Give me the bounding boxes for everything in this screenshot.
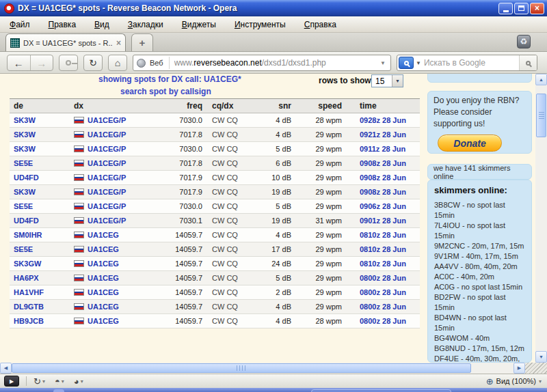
scroll-right-button[interactable]: ▶ bbox=[513, 363, 525, 374]
de-callsign-link[interactable]: HA6PX bbox=[14, 274, 39, 282]
menu-item[interactable]: Справка bbox=[304, 20, 336, 29]
vertical-scrollbar[interactable]: ▲ ▼ bbox=[535, 74, 547, 363]
dx-callsign-link[interactable]: UA1CEG/P bbox=[88, 145, 126, 153]
search-engine-dropdown-icon[interactable]: ▼ bbox=[416, 60, 421, 66]
donate-button[interactable]: Donate bbox=[438, 135, 502, 152]
time-cell: 0800z 28 Jun bbox=[360, 303, 406, 311]
freq-cell: 7017.8 bbox=[164, 156, 206, 171]
tab-close-icon[interactable]: × bbox=[116, 38, 121, 48]
opera-link-button[interactable]: ◕ ▾ bbox=[74, 376, 83, 387]
skimmer-list-item: BG4WOM - 40m bbox=[434, 333, 527, 344]
new-tab-button[interactable]: + bbox=[131, 33, 153, 51]
de-callsign-link[interactable]: UD4FD bbox=[14, 173, 39, 182]
menu-item[interactable]: Виджеты bbox=[182, 20, 216, 29]
column-header-time[interactable]: time bbox=[347, 99, 420, 113]
dx-callsign-link[interactable]: UA1CEG/P bbox=[88, 116, 126, 124]
scroll-left-button[interactable]: ◀ bbox=[0, 363, 12, 374]
sync-dropdown-icon: ▾ bbox=[42, 378, 45, 384]
column-header-cqdx[interactable]: cq/dx bbox=[206, 99, 258, 113]
home-button[interactable]: ⌂ bbox=[108, 55, 127, 71]
page-viewport: showing spots for DX call: UA1CEG* rows … bbox=[0, 74, 547, 363]
dx-callsign-link[interactable]: UA1CEG bbox=[88, 260, 119, 268]
reload-button[interactable]: ↻ bbox=[83, 55, 103, 71]
speed-cell: 29 wpm bbox=[293, 199, 347, 214]
speed-cell: 29 wpm bbox=[293, 242, 347, 257]
column-header-de[interactable]: de bbox=[10, 99, 74, 113]
de-callsign-link[interactable]: SK3GW bbox=[14, 260, 41, 268]
dx-callsign-link[interactable]: UA1CEG bbox=[88, 317, 119, 325]
web-badge-label: Веб bbox=[150, 59, 163, 67]
de-callsign-link[interactable]: SK3W bbox=[14, 130, 36, 139]
de-callsign-link[interactable]: SE5E bbox=[14, 202, 33, 210]
cqdx-cell: CW CQ bbox=[206, 113, 258, 128]
scroll-up-button[interactable]: ▲ bbox=[535, 74, 547, 85]
dx-callsign-link[interactable]: UA1CEG bbox=[88, 245, 119, 253]
select-arrow-button[interactable]: ▼ bbox=[392, 75, 403, 87]
url-field[interactable]: Веб www.reversebeacon.net/dxsd1/dxsd1.ph… bbox=[133, 55, 391, 71]
column-header-dx[interactable]: dx bbox=[74, 99, 164, 113]
cqdx-cell: CW CQ bbox=[206, 199, 258, 214]
dx-callsign-link[interactable]: UA1CEG/P bbox=[88, 159, 126, 167]
dx-callsign-link[interactable]: UA1CEG/P bbox=[88, 173, 126, 182]
de-callsign-link[interactable]: SK3W bbox=[14, 116, 36, 124]
url-path: /dxsd1/dxsd1.php bbox=[262, 58, 326, 68]
de-callsign-link[interactable]: UD4FD bbox=[14, 216, 39, 225]
home-icon: ⌂ bbox=[115, 57, 120, 68]
horizontal-scrollbar-thumb[interactable] bbox=[12, 363, 471, 373]
sync-button[interactable]: ↻ ▾ bbox=[34, 376, 45, 387]
tab-active[interactable]: DX = UA1CEG* spots - R... × bbox=[5, 33, 126, 51]
column-header-speed[interactable]: speed bbox=[293, 99, 347, 113]
search-engine-badge[interactable] bbox=[399, 57, 414, 69]
horizontal-scrollbar[interactable]: ◀ ▶ bbox=[0, 363, 525, 374]
dx-callsign-link[interactable]: UA1CEG bbox=[88, 231, 119, 239]
maximize-button[interactable] bbox=[514, 3, 529, 14]
minimize-icon bbox=[503, 10, 509, 12]
de-callsign-link[interactable]: SE5E bbox=[14, 245, 33, 253]
search-input[interactable] bbox=[424, 58, 519, 68]
dx-callsign-link[interactable]: UA1CEG/P bbox=[88, 130, 126, 139]
russia-flag-icon bbox=[74, 131, 84, 138]
closed-tabs-trash-button[interactable]: ♻ bbox=[517, 35, 531, 48]
de-callsign-link[interactable]: HB9JCB bbox=[14, 317, 44, 325]
zoom-control[interactable]: ⊕ Вид (100%) ▾ bbox=[486, 376, 542, 387]
dx-callsign-link[interactable]: UA1CEG/P bbox=[88, 202, 126, 210]
de-callsign-link[interactable]: SE5E bbox=[14, 159, 33, 167]
de-callsign-link[interactable]: SK3W bbox=[14, 145, 36, 153]
scroll-down-button[interactable]: ▼ bbox=[535, 351, 547, 363]
dx-callsign-link[interactable]: UA1CEG bbox=[88, 303, 119, 311]
windows-taskbar-sliver bbox=[0, 388, 547, 392]
turbo-button[interactable]: ◓ ▾ bbox=[55, 376, 64, 387]
search-go-button[interactable] bbox=[519, 55, 537, 70]
freq-cell: 14059.7 bbox=[164, 271, 206, 285]
de-callsign-link[interactable]: SK3W bbox=[14, 188, 36, 196]
column-header-snr[interactable]: snr bbox=[258, 99, 293, 113]
menu-item[interactable]: Закладки bbox=[128, 20, 163, 29]
search-spot-by-callsign-link[interactable]: search spot by callsign bbox=[120, 87, 211, 96]
address-toolbar: ← → ↻ ⌂ Веб www.reversebeacon.net/dxsd1/… bbox=[0, 52, 547, 74]
dx-callsign-link[interactable]: UA1CEG/P bbox=[88, 216, 126, 225]
back-button[interactable]: ← bbox=[8, 55, 30, 70]
url-dropdown-icon[interactable]: ▼ bbox=[380, 60, 386, 66]
menu-item[interactable]: Инструменты bbox=[235, 20, 286, 29]
de-callsign-link[interactable]: HA1VHF bbox=[14, 288, 44, 296]
minimize-button[interactable] bbox=[498, 3, 513, 14]
menu-item[interactable]: Правка bbox=[49, 20, 77, 29]
menu-item[interactable]: Вид bbox=[94, 20, 109, 29]
url-text: www.reversebeacon.net/dxsd1/dxsd1.php bbox=[174, 58, 375, 68]
snr-cell: 19 dB bbox=[258, 185, 293, 199]
vertical-scrollbar-thumb[interactable] bbox=[536, 94, 546, 137]
column-header-freq[interactable]: freq bbox=[164, 99, 206, 113]
password-wand-button[interactable] bbox=[59, 55, 78, 71]
window-resize-grip[interactable] bbox=[525, 363, 547, 374]
de-callsign-link[interactable]: SM0IHR bbox=[14, 231, 42, 239]
scroll-down-icon: ▼ bbox=[539, 354, 544, 359]
rows-to-show-select[interactable]: 15 ▼ bbox=[371, 74, 403, 87]
panels-toggle-button[interactable]: ▶ bbox=[4, 376, 19, 387]
dx-callsign-link[interactable]: UA1CEG bbox=[88, 288, 119, 296]
dx-callsign-link[interactable]: UA1CEG bbox=[88, 274, 119, 282]
forward-button[interactable]: → bbox=[30, 55, 53, 70]
dx-callsign-link[interactable]: UA1CEG/P bbox=[88, 188, 126, 196]
close-button[interactable]: × bbox=[530, 3, 544, 14]
menu-item[interactable]: Файл bbox=[10, 20, 30, 29]
de-callsign-link[interactable]: DL9GTB bbox=[14, 303, 44, 311]
